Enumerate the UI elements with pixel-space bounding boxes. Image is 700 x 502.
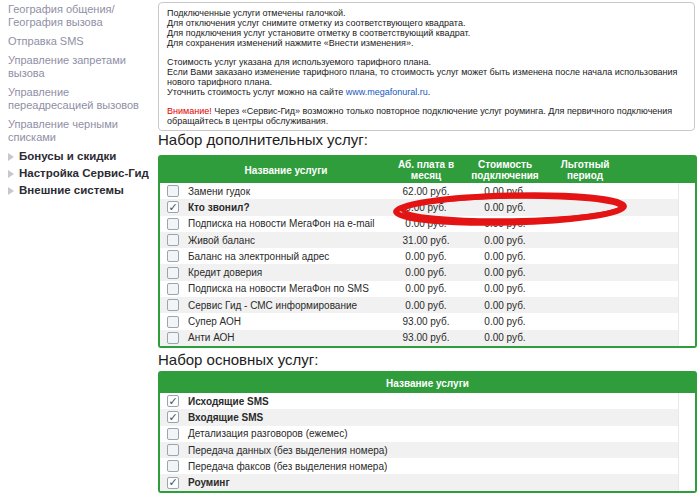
checkbox-cell	[160, 332, 186, 344]
service-monthly-fee: 62.00 руб.	[386, 186, 466, 197]
checkbox-cell	[160, 460, 186, 472]
service-name: Баланс на электронный адрес	[186, 251, 386, 262]
service-name: Живой баланс	[186, 235, 386, 246]
sidebar-item[interactable]: Бонусы и скидки	[8, 150, 156, 163]
additional-services-table: Название услуги Аб. плата в месяц Стоимо…	[158, 155, 697, 348]
checkbox-cell: ✓	[160, 201, 186, 213]
table-row: Живой баланс31.00 руб.0.00 руб.	[160, 232, 679, 248]
table-row: Баланс на электронный адрес0.00 руб.0.00…	[160, 248, 679, 264]
checkbox-cell	[160, 234, 186, 246]
header-service-name: Название услуги	[160, 373, 695, 393]
sidebar-item[interactable]: Внешние системы	[8, 184, 156, 197]
attention-text: Через «Сервис-Гид» возможно только повто…	[167, 106, 672, 126]
service-monthly-fee: 93.00 руб.	[386, 316, 466, 327]
service-monthly-fee: 0.00 руб.	[386, 283, 466, 294]
service-checkbox-unchecked[interactable]	[167, 250, 179, 262]
sidebar-item-label: Управление черными списками	[8, 118, 118, 143]
sidebar-item[interactable]: География общения/География вызова	[8, 3, 156, 29]
table-row: Передача данных (без выделения номера)	[160, 442, 679, 458]
additional-services-rows: Замени гудок62.00 руб.0.00 руб.✓Кто звон…	[160, 183, 695, 346]
service-checkbox-checked[interactable]: ✓	[167, 395, 179, 407]
sidebar-item[interactable]: Управление переадресацией вызовов	[8, 86, 156, 112]
service-name: Роуминг	[186, 477, 678, 488]
checkbox-cell	[160, 218, 186, 230]
table-row: Анти АОН93.00 руб.0.00 руб.	[160, 330, 679, 346]
service-checkbox-unchecked[interactable]	[167, 185, 179, 197]
notice-line: Для отключения услуг снимите отметку из …	[167, 18, 686, 28]
additional-services-title: Набор дополнительных услуг:	[158, 131, 368, 148]
notice-line: .	[428, 87, 431, 97]
table-row: Замени гудок62.00 руб.0.00 руб.	[160, 183, 679, 199]
service-monthly-fee: 0.00 руб.	[386, 300, 466, 311]
service-monthly-fee: 0.00 руб.	[386, 251, 466, 262]
checkbox-cell	[160, 283, 186, 295]
service-name: Супер АОН	[186, 316, 386, 327]
checkbox-cell	[160, 250, 186, 262]
table-row: Супер АОН93.00 руб.0.00 руб.	[160, 313, 679, 329]
notice-line: Для сохранения изменений нажмите «Внести…	[167, 38, 686, 48]
table-row: Кредит доверия0.00 руб.0.00 руб.	[160, 264, 679, 280]
table-row: Подписка на новости МегаФон по SMS0.00 р…	[160, 281, 679, 297]
main-content: Подключенные услуги отмечены галочкой. Д…	[158, 0, 697, 502]
service-checkbox-checked[interactable]: ✓	[167, 201, 179, 213]
basic-services-title: Набор основных услуг:	[158, 351, 319, 368]
service-connection-cost: 0.00 руб.	[466, 202, 544, 213]
service-connection-cost: 0.00 руб.	[466, 218, 544, 229]
notice-line: Если Вами заказано изменение тарифного п…	[167, 67, 677, 87]
service-connection-cost: 0.00 руб.	[466, 235, 544, 246]
sidebar-item-label: Управление переадресацией вызовов	[8, 86, 139, 111]
sidebar-item[interactable]: Настройка Сервис-Гид	[8, 167, 156, 180]
service-checkbox-checked[interactable]: ✓	[167, 477, 179, 489]
service-connection-cost: 0.00 руб.	[466, 186, 544, 197]
sidebar-item[interactable]: Управление запретами вызова	[8, 54, 156, 80]
header-grace-period: Льготный период	[544, 157, 626, 183]
service-connection-cost: 0.00 руб.	[466, 267, 544, 278]
service-name: Подписка на новости МегаФон по SMS	[186, 283, 386, 294]
service-checkbox-unchecked[interactable]	[167, 460, 179, 472]
header-spacer	[626, 157, 695, 183]
table-row: ✓Исходящие SMS	[160, 393, 679, 409]
service-checkbox-unchecked[interactable]	[167, 316, 179, 328]
header-monthly-fee: Аб. плата в месяц	[386, 157, 466, 183]
table-row: Детализация разговоров (ежемес)	[160, 426, 679, 442]
basic-services-table: Название услуги ✓Исходящие SMS✓Входящие …	[158, 371, 697, 493]
notice-line: Подключенные услуги отмечены галочкой.	[167, 8, 686, 18]
checkbox-cell: ✓	[160, 395, 186, 407]
service-name: Входящие SMS	[186, 412, 678, 423]
service-monthly-fee: 0.00 руб.	[386, 202, 466, 213]
notice-line: Уточнить стоимость услуг можно на сайте	[167, 87, 346, 97]
notice-line: Стоимость услуг указана для используемог…	[167, 57, 686, 67]
table-row: Подписка на новости МегаФон на e-mail0.0…	[160, 216, 679, 232]
sidebar-item-label: Управление запретами вызова	[8, 54, 126, 79]
service-guide-page: География общения/География вызоваОтправ…	[0, 0, 700, 502]
table-row: ✓Кто звонил?0.00 руб.0.00 руб.	[160, 199, 679, 215]
service-monthly-fee: 0.00 руб.	[386, 267, 466, 278]
basic-services-table-header: Название услуги	[160, 373, 695, 393]
service-checkbox-unchecked[interactable]	[167, 267, 179, 279]
service-checkbox-unchecked[interactable]	[167, 444, 179, 456]
service-name: Сервис Гид - СМС информирование	[186, 300, 386, 311]
service-checkbox-unchecked[interactable]	[167, 234, 179, 246]
service-monthly-fee: 31.00 руб.	[386, 235, 466, 246]
table-row: Сервис Гид - СМС информирование0.00 руб.…	[160, 297, 679, 313]
service-checkbox-unchecked[interactable]	[167, 299, 179, 311]
basic-services-rows: ✓Исходящие SMS✓Входящие SMSДетализация р…	[160, 393, 695, 491]
notice-paragraph-attention: Внимание! Через «Сервис-Гид» возможно то…	[167, 106, 686, 126]
service-checkbox-unchecked[interactable]	[167, 332, 179, 344]
megafonural-link[interactable]: www.megafonural.ru	[346, 87, 428, 97]
header-service-name: Название услуги	[186, 157, 386, 183]
arrow-right-icon	[8, 170, 14, 178]
checkbox-cell	[160, 299, 186, 311]
service-name: Кто звонил?	[186, 202, 386, 213]
sidebar-item[interactable]: Отправка SMS	[8, 35, 156, 48]
service-checkbox-unchecked[interactable]	[167, 283, 179, 295]
service-name: Передача факсов (без выделения номера)	[186, 461, 678, 472]
service-name: Передача данных (без выделения номера)	[186, 445, 678, 456]
service-name: Подписка на новости МегаФон на e-mail	[186, 218, 386, 229]
checkbox-cell: ✓	[160, 411, 186, 423]
checkbox-cell	[160, 444, 186, 456]
sidebar-item[interactable]: Управление черными списками	[8, 118, 156, 144]
service-checkbox-checked[interactable]: ✓	[167, 411, 179, 423]
service-checkbox-unchecked[interactable]	[167, 428, 179, 440]
service-checkbox-unchecked[interactable]	[167, 218, 179, 230]
